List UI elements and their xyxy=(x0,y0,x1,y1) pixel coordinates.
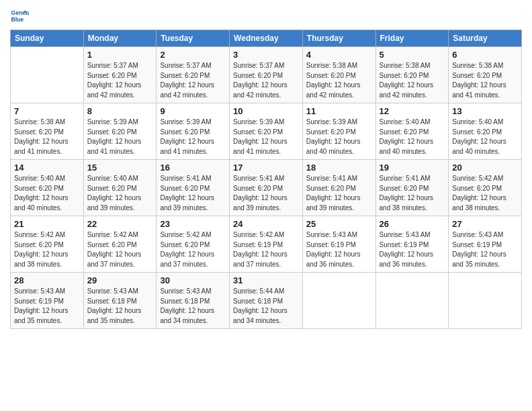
day-number: 13 xyxy=(452,106,518,116)
calendar-cell: 21Sunrise: 5:42 AMSunset: 6:20 PMDayligh… xyxy=(11,216,84,273)
day-header-saturday: Saturday xyxy=(449,30,522,47)
day-info: Sunrise: 5:41 AMSunset: 6:20 PMDaylight:… xyxy=(380,174,445,213)
day-number: 12 xyxy=(380,106,445,116)
calendar-cell: 4Sunrise: 5:38 AMSunset: 6:20 PMDaylight… xyxy=(302,47,375,103)
svg-text:Blue: Blue xyxy=(11,16,24,23)
calendar-cell: 13Sunrise: 5:40 AMSunset: 6:20 PMDayligh… xyxy=(449,103,522,160)
day-number: 14 xyxy=(14,163,80,173)
day-info: Sunrise: 5:41 AMSunset: 6:20 PMDaylight:… xyxy=(306,174,372,213)
day-number: 18 xyxy=(306,163,372,173)
day-number: 7 xyxy=(14,106,80,116)
day-number: 9 xyxy=(160,106,226,116)
day-number: 6 xyxy=(452,50,518,60)
day-number: 30 xyxy=(160,275,226,285)
calendar-cell: 16Sunrise: 5:41 AMSunset: 6:20 PMDayligh… xyxy=(157,160,230,216)
day-header-monday: Monday xyxy=(83,30,157,47)
day-number: 16 xyxy=(160,163,226,173)
calendar-cell: 20Sunrise: 5:42 AMSunset: 6:20 PMDayligh… xyxy=(449,160,522,216)
day-number: 29 xyxy=(87,275,153,285)
day-number: 5 xyxy=(380,50,445,60)
day-number: 26 xyxy=(380,219,445,229)
day-info: Sunrise: 5:42 AMSunset: 6:20 PMDaylight:… xyxy=(87,230,153,269)
calendar-cell: 14Sunrise: 5:40 AMSunset: 6:20 PMDayligh… xyxy=(11,160,84,216)
day-number: 2 xyxy=(160,50,226,60)
calendar-cell: 12Sunrise: 5:40 AMSunset: 6:20 PMDayligh… xyxy=(375,103,449,160)
day-info: Sunrise: 5:44 AMSunset: 6:18 PMDaylight:… xyxy=(233,287,299,326)
day-headers-row: SundayMondayTuesdayWednesdayThursdayFrid… xyxy=(11,30,522,47)
day-number: 23 xyxy=(160,219,226,229)
day-info: Sunrise: 5:43 AMSunset: 6:19 PMDaylight:… xyxy=(380,230,445,269)
day-number: 4 xyxy=(306,50,372,60)
calendar-cell: 18Sunrise: 5:41 AMSunset: 6:20 PMDayligh… xyxy=(302,160,375,216)
day-number: 1 xyxy=(87,50,153,60)
day-info: Sunrise: 5:43 AMSunset: 6:18 PMDaylight:… xyxy=(160,287,226,326)
day-number: 22 xyxy=(87,219,153,229)
calendar-cell: 1Sunrise: 5:37 AMSunset: 6:20 PMDaylight… xyxy=(83,47,157,103)
day-info: Sunrise: 5:41 AMSunset: 6:20 PMDaylight:… xyxy=(233,174,299,213)
day-number: 31 xyxy=(233,275,299,285)
calendar-cell: 30Sunrise: 5:43 AMSunset: 6:18 PMDayligh… xyxy=(157,273,230,329)
calendar-week-row: 14Sunrise: 5:40 AMSunset: 6:20 PMDayligh… xyxy=(11,160,522,216)
day-number: 15 xyxy=(87,163,153,173)
day-header-friday: Friday xyxy=(375,30,449,47)
day-info: Sunrise: 5:43 AMSunset: 6:18 PMDaylight:… xyxy=(87,287,153,326)
day-header-tuesday: Tuesday xyxy=(157,30,230,47)
calendar-cell: 5Sunrise: 5:38 AMSunset: 6:20 PMDaylight… xyxy=(375,47,449,103)
calendar-cell: 27Sunrise: 5:43 AMSunset: 6:19 PMDayligh… xyxy=(449,216,522,273)
day-info: Sunrise: 5:39 AMSunset: 6:20 PMDaylight:… xyxy=(160,118,226,156)
day-header-wednesday: Wednesday xyxy=(230,30,303,47)
day-info: Sunrise: 5:39 AMSunset: 6:20 PMDaylight:… xyxy=(87,118,153,156)
day-info: Sunrise: 5:42 AMSunset: 6:20 PMDaylight:… xyxy=(452,174,518,213)
day-info: Sunrise: 5:38 AMSunset: 6:20 PMDaylight:… xyxy=(452,61,518,100)
calendar-cell: 6Sunrise: 5:38 AMSunset: 6:20 PMDaylight… xyxy=(449,47,522,103)
day-info: Sunrise: 5:40 AMSunset: 6:20 PMDaylight:… xyxy=(14,174,80,213)
calendar-cell xyxy=(302,273,375,329)
calendar-week-row: 28Sunrise: 5:43 AMSunset: 6:19 PMDayligh… xyxy=(11,273,522,329)
day-number: 17 xyxy=(233,163,299,173)
calendar-cell: 3Sunrise: 5:37 AMSunset: 6:20 PMDaylight… xyxy=(230,47,303,103)
day-info: Sunrise: 5:41 AMSunset: 6:20 PMDaylight:… xyxy=(160,174,226,213)
day-number: 20 xyxy=(452,163,518,173)
calendar-cell xyxy=(449,273,522,329)
calendar-cell: 23Sunrise: 5:42 AMSunset: 6:20 PMDayligh… xyxy=(157,216,230,273)
day-info: Sunrise: 5:38 AMSunset: 6:20 PMDaylight:… xyxy=(14,118,80,156)
page-header: General Blue xyxy=(10,7,522,26)
calendar-table: SundayMondayTuesdayWednesdayThursdayFrid… xyxy=(10,30,522,329)
calendar-week-row: 21Sunrise: 5:42 AMSunset: 6:20 PMDayligh… xyxy=(11,216,522,273)
day-info: Sunrise: 5:39 AMSunset: 6:20 PMDaylight:… xyxy=(306,118,372,156)
day-info: Sunrise: 5:42 AMSunset: 6:20 PMDaylight:… xyxy=(160,230,226,269)
calendar-cell xyxy=(11,47,84,103)
day-info: Sunrise: 5:43 AMSunset: 6:19 PMDaylight:… xyxy=(14,287,80,326)
day-info: Sunrise: 5:43 AMSunset: 6:19 PMDaylight:… xyxy=(306,230,372,269)
day-number: 24 xyxy=(233,219,299,229)
calendar-cell: 26Sunrise: 5:43 AMSunset: 6:19 PMDayligh… xyxy=(375,216,449,273)
day-info: Sunrise: 5:40 AMSunset: 6:20 PMDaylight:… xyxy=(380,118,445,156)
day-info: Sunrise: 5:37 AMSunset: 6:20 PMDaylight:… xyxy=(233,61,299,100)
day-number: 11 xyxy=(306,106,372,116)
calendar-cell: 7Sunrise: 5:38 AMSunset: 6:20 PMDaylight… xyxy=(11,103,84,160)
day-number: 28 xyxy=(14,275,80,285)
calendar-cell: 10Sunrise: 5:39 AMSunset: 6:20 PMDayligh… xyxy=(230,103,303,160)
calendar-cell: 8Sunrise: 5:39 AMSunset: 6:20 PMDaylight… xyxy=(83,103,157,160)
day-info: Sunrise: 5:42 AMSunset: 6:19 PMDaylight:… xyxy=(233,230,299,269)
day-info: Sunrise: 5:37 AMSunset: 6:20 PMDaylight:… xyxy=(87,61,153,100)
day-info: Sunrise: 5:39 AMSunset: 6:20 PMDaylight:… xyxy=(233,118,299,156)
day-number: 3 xyxy=(233,50,299,60)
day-info: Sunrise: 5:40 AMSunset: 6:20 PMDaylight:… xyxy=(452,118,518,156)
calendar-cell: 9Sunrise: 5:39 AMSunset: 6:20 PMDaylight… xyxy=(157,103,230,160)
calendar-cell: 24Sunrise: 5:42 AMSunset: 6:19 PMDayligh… xyxy=(230,216,303,273)
day-info: Sunrise: 5:37 AMSunset: 6:20 PMDaylight:… xyxy=(160,61,226,100)
calendar-cell: 19Sunrise: 5:41 AMSunset: 6:20 PMDayligh… xyxy=(375,160,449,216)
calendar-cell: 31Sunrise: 5:44 AMSunset: 6:18 PMDayligh… xyxy=(230,273,303,329)
day-number: 19 xyxy=(380,163,445,173)
calendar-cell: 15Sunrise: 5:40 AMSunset: 6:20 PMDayligh… xyxy=(83,160,157,216)
day-number: 21 xyxy=(14,219,80,229)
day-info: Sunrise: 5:43 AMSunset: 6:19 PMDaylight:… xyxy=(452,230,518,269)
day-header-thursday: Thursday xyxy=(302,30,375,47)
calendar-cell: 17Sunrise: 5:41 AMSunset: 6:20 PMDayligh… xyxy=(230,160,303,216)
day-info: Sunrise: 5:42 AMSunset: 6:20 PMDaylight:… xyxy=(14,230,80,269)
calendar-cell xyxy=(375,273,449,329)
calendar-week-row: 1Sunrise: 5:37 AMSunset: 6:20 PMDaylight… xyxy=(11,47,522,103)
day-number: 10 xyxy=(233,106,299,116)
day-info: Sunrise: 5:38 AMSunset: 6:20 PMDaylight:… xyxy=(380,61,445,100)
